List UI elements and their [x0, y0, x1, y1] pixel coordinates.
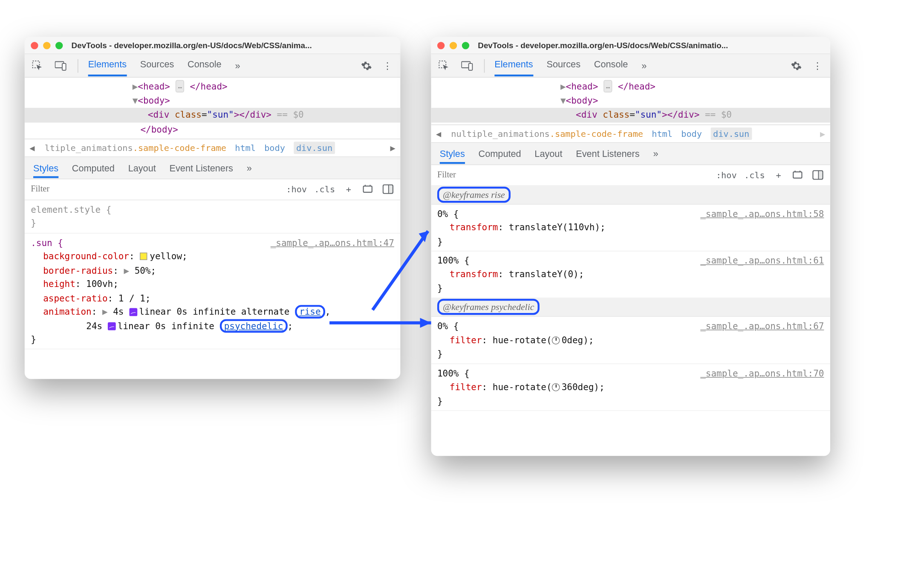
titlebar: DevTools - developer.mozilla.org/en-US/d… — [25, 37, 400, 54]
device-toggle-icon[interactable] — [461, 59, 474, 72]
chevron-left-icon[interactable]: ◀ — [28, 143, 36, 153]
styles-panel-tabs: Styles Computed Layout Event Listeners » — [431, 143, 830, 165]
chevron-left-icon[interactable]: ◀ — [435, 128, 442, 138]
close-icon[interactable] — [31, 42, 38, 49]
source-link[interactable]: _sample_.ap…ons.html:70 — [700, 366, 824, 380]
ptab-styles[interactable]: Styles — [440, 148, 465, 159]
crumb-div-sun[interactable]: div.sun — [710, 127, 752, 139]
tab-elements[interactable]: Elements — [88, 58, 127, 72]
tab-elements[interactable]: Elements — [494, 58, 533, 72]
angle-swatch-icon[interactable] — [552, 336, 560, 345]
devtools-toolbar: Elements Sources Console » ⋮ — [431, 54, 830, 78]
maximize-icon[interactable] — [462, 42, 469, 49]
svg-marker-12 — [419, 231, 428, 242]
hov-toggle[interactable]: :hov — [716, 170, 737, 180]
crumb-frame[interactable]: ltiple_animations.sample-code-frame — [45, 143, 226, 153]
svg-rect-3 — [364, 186, 372, 192]
svg-rect-5 — [389, 185, 393, 194]
inspect-icon[interactable] — [437, 59, 451, 72]
minimize-icon[interactable] — [43, 42, 50, 49]
more-tabs-icon[interactable]: » — [641, 61, 647, 71]
kebab-icon[interactable]: ⋮ — [381, 59, 394, 72]
gear-icon[interactable] — [789, 59, 803, 72]
tab-console[interactable]: Console — [594, 58, 628, 72]
filter-input[interactable] — [431, 170, 716, 180]
kf-rise-0[interactable]: 0% { _sample_.ap…ons.html:58 transform: … — [431, 204, 830, 251]
selected-node[interactable]: <div class="sun"></div> == $0 — [25, 108, 400, 122]
source-link[interactable]: _sample_.ap…ons.html:47 — [271, 236, 394, 249]
svg-rect-9 — [793, 172, 802, 178]
device-toggle-icon[interactable] — [54, 59, 68, 72]
more-panels-icon[interactable]: » — [247, 162, 252, 173]
hov-toggle[interactable]: :hov — [286, 184, 307, 194]
cls-toggle[interactable]: .cls — [314, 184, 335, 194]
styles-rules: element.style { } .sun { _sample_.ap…ons… — [25, 200, 400, 350]
devtools-toolbar: Elements Sources Console » ⋮ — [25, 54, 400, 78]
color-swatch-icon[interactable] — [140, 253, 147, 260]
sidebar-toggle-icon[interactable] — [382, 183, 394, 196]
styles-rules: @keyframes rise 0% { _sample_.ap…ons.htm… — [431, 186, 830, 411]
ptab-layout[interactable]: Layout — [128, 162, 156, 173]
ptab-layout[interactable]: Layout — [534, 148, 562, 159]
selected-node[interactable]: •••<div class="sun"></div> == $0 — [431, 108, 830, 122]
keyframes-heading-psychedelic: @keyframes psychedelic — [431, 298, 830, 317]
chevron-right-icon[interactable]: ▶ — [389, 143, 397, 153]
new-rule-icon[interactable]: + — [342, 183, 355, 196]
crumb-frame[interactable]: nultiple_animations.sample-code-frame — [451, 128, 643, 138]
titlebar: DevTools - developer.mozilla.org/en-US/d… — [431, 37, 830, 54]
more-panels-icon[interactable]: » — [653, 148, 658, 159]
ptab-event-listeners[interactable]: Event Listeners — [170, 162, 233, 173]
element-style-rule[interactable]: element.style { } — [25, 200, 400, 233]
styles-filter-bar: :hov .cls + — [431, 165, 830, 186]
inspect-icon[interactable] — [31, 59, 44, 72]
ptab-computed[interactable]: Computed — [479, 148, 521, 159]
angle-swatch-icon[interactable] — [552, 383, 560, 391]
bezier-icon[interactable] — [108, 322, 116, 330]
bezier-icon[interactable] — [129, 308, 137, 316]
kf-psy-0[interactable]: 0% { _sample_.ap…ons.html:67 filter: hue… — [431, 317, 830, 364]
gear-icon[interactable] — [360, 59, 373, 72]
ptab-computed[interactable]: Computed — [72, 162, 115, 173]
keyframes-heading-rise: @keyframes rise — [431, 186, 830, 204]
chevron-right-icon[interactable]: ▶ — [819, 128, 826, 138]
tab-sources[interactable]: Sources — [546, 58, 580, 72]
new-rule-icon[interactable]: + — [772, 169, 785, 181]
kf-rise-100[interactable]: 100% { _sample_.ap…ons.html:61 transform… — [431, 252, 830, 298]
source-link[interactable]: _sample_.ap…ons.html:61 — [700, 254, 824, 267]
maximize-icon[interactable] — [55, 42, 63, 49]
dom-tree[interactable]: ▶<head> … </head> ▼<body> •••<div class=… — [431, 78, 830, 124]
crumb-html[interactable]: html — [652, 128, 673, 138]
kebab-icon[interactable]: ⋮ — [811, 59, 824, 72]
ellipsis-icon[interactable]: … — [176, 80, 185, 92]
tab-sources[interactable]: Sources — [140, 58, 174, 72]
source-link[interactable]: _sample_.ap…ons.html:67 — [700, 319, 824, 333]
sidebar-toggle-icon[interactable] — [812, 169, 824, 181]
computed-toggle-icon[interactable] — [362, 183, 375, 196]
cls-toggle[interactable]: .cls — [744, 170, 765, 180]
crumb-html[interactable]: html — [235, 143, 256, 153]
kf-psy-100[interactable]: 100% { _sample_.ap…ons.html:70 filter: h… — [431, 364, 830, 411]
crumb-div-sun[interactable]: div.sun — [294, 142, 335, 154]
ellipsis-icon[interactable]: … — [603, 80, 612, 92]
close-icon[interactable] — [437, 42, 445, 49]
keyframes-link-psychedelic[interactable]: psychedelic — [220, 319, 288, 333]
tab-console[interactable]: Console — [188, 58, 222, 72]
crumb-body[interactable]: body — [681, 128, 702, 138]
computed-toggle-icon[interactable] — [792, 169, 804, 181]
window-title: DevTools - developer.mozilla.org/en-US/d… — [478, 41, 728, 50]
source-link[interactable]: _sample_.ap…ons.html:58 — [700, 207, 824, 220]
more-tabs-icon[interactable]: » — [235, 61, 240, 71]
breadcrumb: ◀ nultiple_animations.sample-code-frame … — [431, 124, 830, 142]
crumb-body[interactable]: body — [264, 143, 285, 153]
filter-input[interactable] — [25, 184, 286, 194]
ptab-event-listeners[interactable]: Event Listeners — [576, 148, 639, 159]
keyframes-link-rise[interactable]: rise — [295, 305, 325, 319]
sun-rule[interactable]: .sun { _sample_.ap…ons.html:47 backgroun… — [25, 233, 400, 350]
devtools-window-right: DevTools - developer.mozilla.org/en-US/d… — [431, 37, 830, 456]
dom-tree[interactable]: ▶<head> … </head> ▼<body> <div class="su… — [25, 78, 400, 139]
window-title: DevTools - developer.mozilla.org/en-US/d… — [72, 41, 312, 50]
ptab-styles[interactable]: Styles — [33, 162, 58, 173]
styles-filter-bar: :hov .cls + — [25, 179, 400, 200]
minimize-icon[interactable] — [450, 42, 457, 49]
svg-rect-11 — [818, 171, 823, 179]
